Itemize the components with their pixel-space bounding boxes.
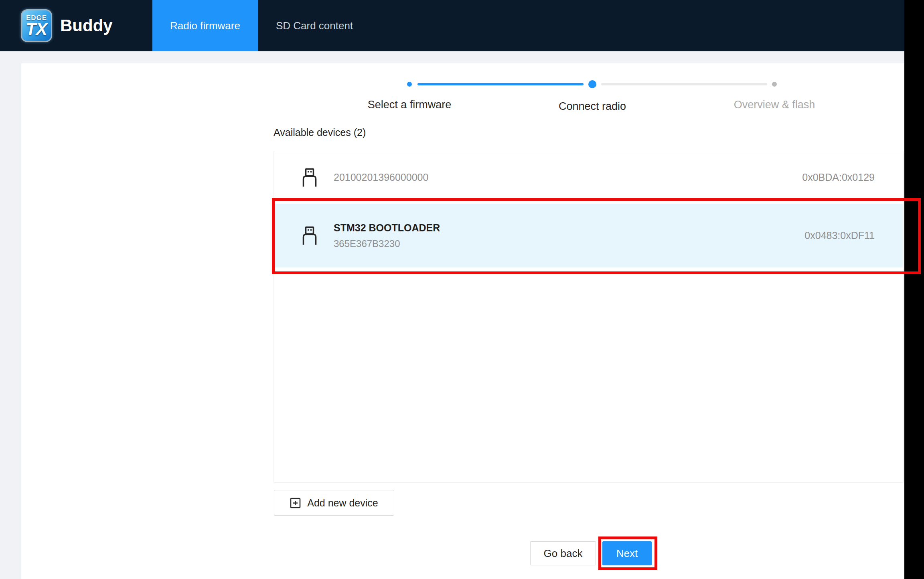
step-dot-select-firmware bbox=[407, 82, 412, 87]
add-new-device-button[interactable]: Add new device bbox=[274, 490, 394, 516]
top-navbar: EDGE TX Buddy Radio firmware SD Card con… bbox=[0, 0, 904, 51]
step-label-select-firmware: Select a firmware bbox=[325, 99, 494, 111]
device-name: 20100201396000000 bbox=[334, 172, 428, 183]
usb-icon bbox=[302, 168, 317, 187]
plus-square-icon bbox=[290, 498, 301, 508]
step-label-overview-flash: Overview & flash bbox=[690, 99, 859, 111]
step-connector-done bbox=[417, 83, 584, 85]
add-new-device-label: Add new device bbox=[307, 497, 378, 509]
next-button[interactable]: Next bbox=[602, 541, 652, 565]
logo-tx-text: TX bbox=[26, 21, 47, 37]
device-list: 20100201396000000 0x0BDA:0x0129 STM32 BO… bbox=[274, 151, 904, 483]
go-back-button[interactable]: Go back bbox=[530, 541, 596, 565]
device-serial: 365E367B3230 bbox=[334, 238, 440, 249]
device-name: STM32 BOOTLOADER bbox=[334, 222, 440, 234]
step-dot-connect-radio bbox=[588, 80, 596, 88]
step-label-connect-radio: Connect radio bbox=[508, 100, 677, 113]
device-row-20100201396000000[interactable]: 20100201396000000 0x0BDA:0x0129 bbox=[274, 151, 903, 204]
tab-radio-firmware-label: Radio firmware bbox=[170, 20, 240, 32]
tab-radio-firmware[interactable]: Radio firmware bbox=[152, 0, 258, 51]
main-content-card: Select a firmware Connect radio Overview… bbox=[21, 63, 904, 579]
app-title: Buddy bbox=[60, 16, 113, 35]
device-row-stm32-bootloader[interactable]: STM32 BOOTLOADER 365E367B3230 0x0483:0xD… bbox=[274, 204, 903, 267]
step-dot-overview-flash bbox=[772, 82, 777, 87]
available-devices-heading: Available devices (2) bbox=[274, 127, 366, 138]
next-label: Next bbox=[616, 547, 638, 560]
edgetx-logo: EDGE TX bbox=[21, 9, 52, 42]
go-back-label: Go back bbox=[544, 547, 583, 560]
tab-sd-card-content[interactable]: SD Card content bbox=[258, 0, 371, 51]
device-vidpid: 0x0483:0xDF11 bbox=[804, 230, 875, 241]
usb-icon bbox=[302, 226, 317, 245]
device-vidpid: 0x0BDA:0x0129 bbox=[802, 172, 875, 183]
tab-sd-card-content-label: SD Card content bbox=[276, 20, 353, 32]
screenshot-black-edge bbox=[904, 0, 924, 579]
step-connector-pending bbox=[601, 83, 767, 85]
